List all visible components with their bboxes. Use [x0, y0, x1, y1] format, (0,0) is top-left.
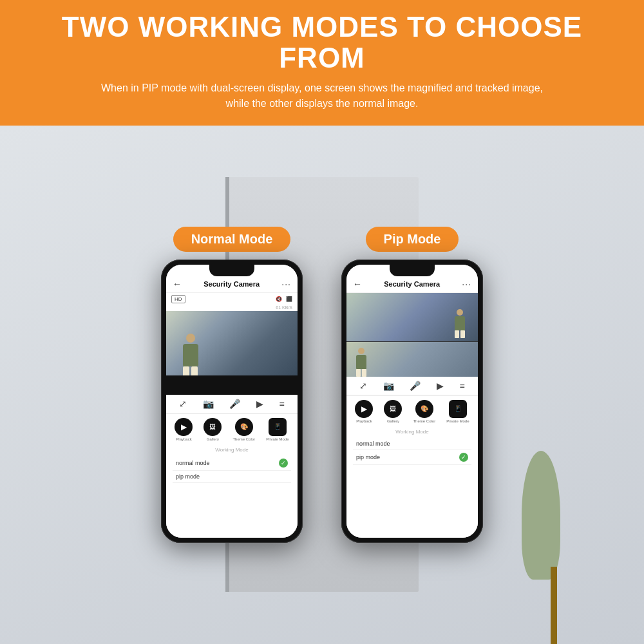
- person-normal: [179, 334, 202, 375]
- person-head-normal: [186, 334, 195, 343]
- fullscreen-icon: ⬛: [286, 296, 292, 302]
- record-icon[interactable]: ▶: [256, 399, 263, 409]
- phone-notch-normal: [209, 265, 254, 276]
- back-button-normal[interactable]: ←: [173, 279, 182, 289]
- pip-person-top: [455, 309, 465, 338]
- gallery-label-pip: Gallery: [387, 419, 399, 423]
- phones-container: Normal Mode ← Security Camera ··· HD: [26, 227, 618, 543]
- tree-trunk: [551, 567, 557, 644]
- sp-legs-top: [455, 330, 465, 338]
- normal-working-mode-section: Working Mode normal mode ✓ pip mode: [166, 444, 298, 538]
- pip-cam-controls: ⤢ 📷 🎤 ▶ ≡: [346, 377, 478, 395]
- private-mode-menu-item-pip[interactable]: 📱 Private Mode: [446, 400, 469, 423]
- sp-body-bot: [356, 355, 366, 369]
- gallery-icon-pip: 🖼: [384, 400, 402, 418]
- more-options-normal[interactable]: ···: [281, 279, 291, 289]
- normal-mode-check: ✓: [279, 459, 288, 468]
- pip-normal-label: normal mode: [356, 440, 390, 447]
- pip-top-view: [346, 293, 478, 341]
- menu-icon[interactable]: ≡: [279, 399, 285, 409]
- pip-bottom-menu: ▶ Playback 🖼 Gallery 🎨 Theme Color: [346, 395, 478, 426]
- content-area: Normal Mode ← Security Camera ··· HD: [0, 126, 644, 644]
- gallery-icon-normal: 🖼: [204, 418, 222, 436]
- private-mode-label-pip: Private Mode: [446, 419, 469, 423]
- more-options-pip[interactable]: ···: [462, 279, 471, 289]
- normal-mode-column: Normal Mode ← Security Camera ··· HD: [161, 227, 303, 543]
- pip-camera-icon[interactable]: 📷: [383, 381, 394, 391]
- playback-menu-item-normal[interactable]: ▶ Playback: [175, 418, 193, 441]
- normal-app-title: Security Camera: [204, 280, 260, 288]
- normal-pip-option[interactable]: pip mode: [173, 471, 291, 483]
- sp-head-bot: [358, 348, 365, 354]
- person-body-normal: [183, 344, 198, 366]
- pip-wm-title: Working Mode: [353, 429, 471, 435]
- gallery-menu-item-pip[interactable]: 🖼 Gallery: [384, 400, 402, 423]
- pip-record-icon[interactable]: ▶: [437, 381, 444, 391]
- theme-color-label-pip: Theme Color: [413, 419, 435, 423]
- person-leg-l-normal: [183, 366, 189, 378]
- pip-working-mode-section: Working Mode normal mode pip mode ✓: [346, 426, 478, 538]
- playback-icon-pip: ▶: [355, 400, 373, 418]
- private-mode-icon-pip: 📱: [449, 400, 467, 418]
- pip-phone-screen: ← Security Camera ···: [346, 265, 478, 538]
- subtitle: When in PIP mode with dual-screen displa…: [97, 80, 547, 111]
- normal-mode-label: normal mode: [176, 460, 210, 466]
- normal-mode-badge: Normal Mode: [173, 227, 291, 252]
- cam-topbar-icons: 🔇 ⬛: [276, 296, 292, 302]
- pip-mode-phone: ← Security Camera ···: [341, 260, 483, 543]
- pip-mode-check: ✓: [459, 453, 468, 462]
- crop-icon[interactable]: ⤢: [179, 399, 187, 409]
- sp-leg-l-bot: [356, 369, 361, 377]
- pip-camera-view: [346, 293, 478, 377]
- page-wrapper: TWO WORKING MODES TO CHOOSE FROM When in…: [0, 0, 644, 644]
- private-mode-menu-item-normal[interactable]: 📱 Private Mode: [266, 418, 289, 441]
- mic-icon[interactable]: 🎤: [229, 399, 240, 409]
- phone-notch-pip: [390, 265, 435, 276]
- normal-phone-screen: ← Security Camera ··· HD 🔇 ⬛ 6: [166, 265, 298, 538]
- pip-person-bottom: [356, 348, 366, 377]
- private-mode-icon-normal: 📱: [269, 418, 287, 436]
- normal-wm-title: Working Mode: [173, 447, 291, 453]
- theme-color-menu-item-normal[interactable]: 🎨 Theme Color: [232, 418, 255, 441]
- pip-mic-icon[interactable]: 🎤: [410, 381, 421, 391]
- pip-normal-option[interactable]: normal mode: [353, 438, 471, 450]
- kb-badge: 61 KB/S: [166, 305, 298, 311]
- sp-legs-bot: [356, 369, 366, 377]
- sp-body-top: [455, 316, 465, 330]
- hd-badge: HD: [171, 295, 185, 303]
- camera-icon[interactable]: 📷: [203, 399, 214, 409]
- pip-crop-icon[interactable]: ⤢: [359, 381, 367, 391]
- normal-mode-phone: ← Security Camera ··· HD 🔇 ⬛ 6: [161, 260, 303, 543]
- pip-app-title: Security Camera: [384, 280, 440, 288]
- private-mode-label-normal: Private Mode: [266, 437, 289, 441]
- person-legs-normal: [179, 366, 202, 378]
- playback-label-pip: Playback: [356, 419, 372, 423]
- normal-cam-img: [166, 311, 298, 395]
- sp-leg-l-top: [455, 330, 459, 338]
- sp-leg-r-bot: [362, 369, 366, 377]
- person-leg-r-normal: [191, 366, 198, 378]
- pip-pip-option[interactable]: pip mode ✓: [353, 450, 471, 465]
- playback-icon-normal: ▶: [175, 418, 193, 436]
- pip-pip-label: pip mode: [356, 454, 380, 460]
- main-title: TWO WORKING MODES TO CHOOSE FROM: [19, 12, 625, 74]
- pip-mode-column: Pip Mode ← Security Camera ···: [341, 227, 483, 543]
- gallery-menu-item-normal[interactable]: 🖼 Gallery: [204, 418, 222, 441]
- normal-bottom-menu: ▶ Playback 🖼 Gallery 🎨 Theme Color: [166, 413, 298, 444]
- back-button-pip[interactable]: ←: [353, 279, 362, 289]
- normal-cam-controls: ⤢ 📷 🎤 ▶ ≡: [166, 395, 298, 413]
- normal-pip-label: pip mode: [176, 473, 200, 480]
- playback-label-normal: Playback: [176, 437, 191, 441]
- sp-head-top: [457, 309, 463, 316]
- pip-menu-icon[interactable]: ≡: [460, 381, 465, 391]
- playback-menu-item-pip[interactable]: ▶ Playback: [355, 400, 373, 423]
- mute-icon: 🔇: [276, 296, 282, 302]
- header-section: TWO WORKING MODES TO CHOOSE FROM When in…: [0, 0, 644, 126]
- pip-mode-badge: Pip Mode: [366, 227, 459, 252]
- theme-color-menu-item-pip[interactable]: 🎨 Theme Color: [413, 400, 435, 423]
- gallery-label-normal: Gallery: [207, 437, 219, 441]
- normal-mode-option-normal[interactable]: normal mode ✓: [173, 456, 291, 471]
- pip-bottom-view: [346, 341, 478, 377]
- theme-color-icon-normal: 🎨: [235, 418, 253, 436]
- sp-leg-r-top: [460, 330, 465, 338]
